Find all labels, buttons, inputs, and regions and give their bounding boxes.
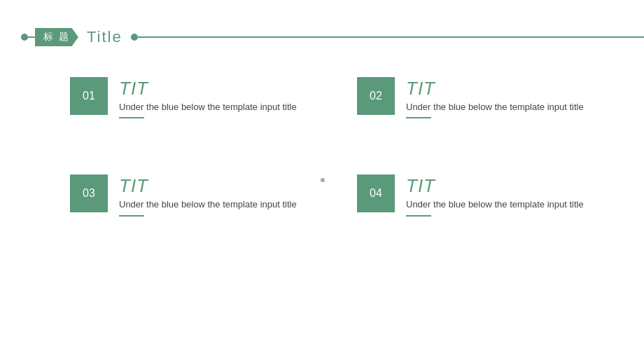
- item-title: TIT: [406, 78, 584, 99]
- list-item: 03 TIT Under the blue below the template…: [70, 174, 329, 216]
- item-text: TIT Under the blue below the template in…: [119, 174, 297, 216]
- item-number-box: 02: [357, 77, 395, 115]
- item-text: TIT Under the blue below the template in…: [119, 77, 297, 118]
- item-underline-bar: [119, 215, 144, 217]
- item-description: Under the blue below the template input …: [406, 198, 584, 212]
- header-line-left: [28, 36, 35, 38]
- content-grid: 01 TIT Under the blue below the template…: [70, 77, 616, 217]
- item-description: Under the blue below the template input …: [119, 100, 297, 115]
- item-title: TIT: [119, 78, 297, 99]
- item-number-box: 03: [70, 174, 108, 212]
- item-description: Under the blue below the template input …: [406, 100, 584, 115]
- item-text: TIT Under the blue below the template in…: [406, 77, 584, 118]
- header-title-en: Title: [87, 28, 122, 46]
- item-title: TIT: [119, 176, 297, 196]
- item-underline-bar: [406, 215, 431, 217]
- header-dot-left: [21, 34, 28, 41]
- header-line-right: [138, 36, 644, 38]
- item-number-box: 01: [70, 77, 108, 115]
- item-text: TIT Under the blue below the template in…: [406, 174, 584, 216]
- item-description: Under the blue below the template input …: [119, 198, 297, 212]
- item-underline-bar: [119, 117, 144, 118]
- list-item: 02 TIT Under the blue below the template…: [357, 77, 616, 118]
- header-dot-right: [131, 34, 138, 41]
- list-item: 01 TIT Under the blue below the template…: [70, 77, 329, 118]
- center-dot: [321, 178, 325, 182]
- item-title: TIT: [406, 176, 584, 196]
- item-number-box: 04: [357, 174, 395, 212]
- header-title-zh: 标 题: [35, 28, 78, 46]
- item-underline-bar: [406, 117, 431, 118]
- list-item: 04 TIT Under the blue below the template…: [357, 174, 616, 216]
- header: 标 题 Title: [0, 27, 644, 48]
